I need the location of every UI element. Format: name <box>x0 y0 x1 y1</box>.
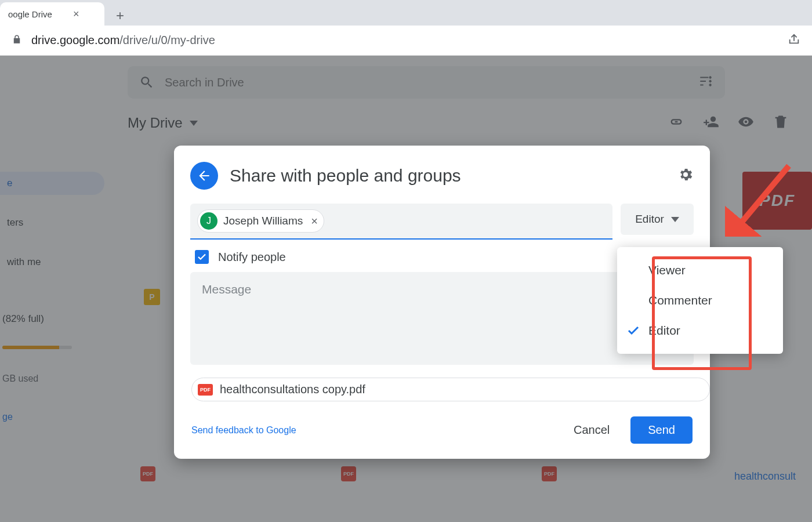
remove-person-icon[interactable]: × <box>309 215 318 228</box>
url-text[interactable]: drive.google.com/drive/u/0/my-drive <box>31 34 215 47</box>
tab-title: oogle Drive <box>8 9 52 19</box>
attachment-chip[interactable]: PDF healthconsultations copy.pdf <box>191 378 710 401</box>
new-tab-button[interactable]: + <box>110 6 130 26</box>
dialog-title: Share with people and groups <box>230 166 666 186</box>
person-name: Joseph Williams <box>223 215 303 227</box>
cancel-button[interactable]: Cancel <box>563 418 620 443</box>
role-option-commenter[interactable]: Commenter <box>617 285 783 316</box>
close-tab-icon[interactable]: × <box>73 8 79 20</box>
notify-label: Notify people <box>218 251 286 264</box>
people-input[interactable]: J Joseph Williams × <box>190 204 612 240</box>
avatar: J <box>200 212 217 230</box>
settings-button[interactable] <box>677 166 694 185</box>
attachment-name: healthconsultations copy.pdf <box>220 383 365 396</box>
role-menu: Viewer Commenter Editor <box>617 247 783 354</box>
send-button[interactable]: Send <box>630 416 693 444</box>
url-bar: drive.google.com/drive/u/0/my-drive <box>0 26 812 56</box>
notify-checkbox[interactable] <box>195 250 209 264</box>
share-url-icon[interactable] <box>788 33 800 48</box>
role-option-viewer[interactable]: Viewer <box>617 255 783 285</box>
browser-tab[interactable]: oogle Drive × <box>0 2 104 26</box>
browser-tab-strip: oogle Drive × + <box>0 0 812 26</box>
person-chip[interactable]: J Joseph Williams × <box>197 209 324 233</box>
back-button[interactable] <box>190 162 218 190</box>
chevron-down-icon <box>671 217 679 222</box>
feedback-link[interactable]: Send feedback to Google <box>191 425 296 436</box>
app-area: My Drive e ters with me (82% full) GB us… <box>0 56 812 522</box>
role-dropdown[interactable]: Editor <box>621 204 694 235</box>
role-selected-label: Editor <box>635 213 664 226</box>
role-option-editor[interactable]: Editor <box>617 316 783 346</box>
message-placeholder: Message <box>202 282 251 296</box>
lock-icon <box>12 34 22 47</box>
pdf-icon: PDF <box>198 384 213 396</box>
